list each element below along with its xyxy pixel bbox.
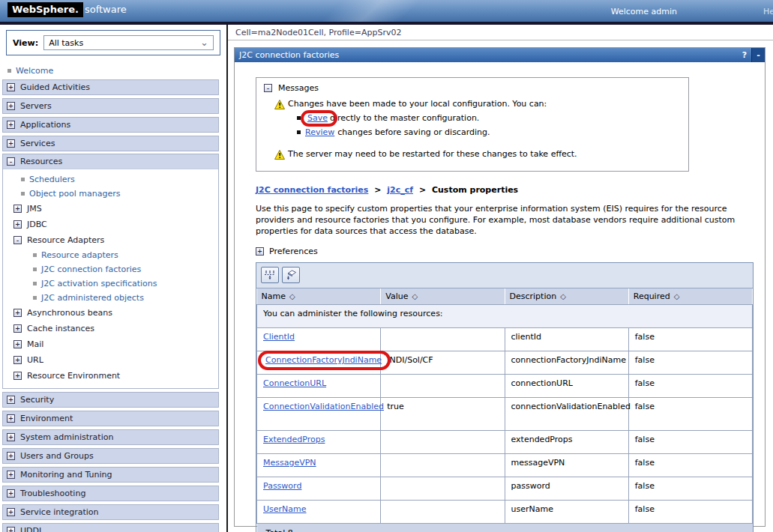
sort-icon[interactable]: ◇ [674, 292, 680, 300]
column-header-required[interactable]: Required◇ [628, 288, 752, 305]
expand-icon[interactable]: + [7, 121, 15, 129]
help-link[interactable]: Help [763, 7, 773, 16]
property-link-connectionurl[interactable]: ConnectionURL [263, 378, 326, 388]
sidebar-section-guided-activities[interactable]: + Guided Activities [2, 79, 219, 95]
expand-icon[interactable]: + [7, 433, 15, 441]
property-link-messagevpn[interactable]: MessageVPN [263, 458, 316, 468]
sidebar-section-users-and-groups[interactable]: + Users and Groups [2, 448, 219, 464]
sidebar-item-jdbc[interactable]: + JDBC [3, 217, 218, 232]
sidebar-item-object-pool-managers[interactable]: Object pool managers [3, 187, 218, 201]
section-label: Resources [20, 157, 62, 166]
sidebar-section-system-administration[interactable]: + System administration [2, 429, 219, 445]
property-link-extendedprops[interactable]: ExtendedProps [263, 435, 325, 444]
restart-warning-text: The server may need to be restarted for … [288, 149, 577, 159]
panel-minimize-icon[interactable]: - [751, 48, 765, 62]
breadcrumb-j2c-connection-factories[interactable]: J2C connection factories [256, 185, 368, 195]
sidebar-item-mail[interactable]: + Mail [3, 336, 218, 352]
sidebar-section-monitoring-and-tuning[interactable]: + Monitoring and Tuning [2, 467, 219, 483]
sidebar-section-applications[interactable]: + Applications [2, 117, 219, 133]
property-link-connectionvalidationenabled[interactable]: ConnectionValidationEnabled [263, 402, 384, 411]
breadcrumb-j2c-cf[interactable]: j2c_cf [387, 185, 413, 195]
table-toolbar [256, 263, 753, 288]
expand-icon[interactable]: + [7, 471, 15, 479]
property-link-username[interactable]: UserName [263, 504, 307, 514]
j2c-connection-factories-link: J2C connection factories [41, 265, 141, 274]
expand-icon[interactable]: + [13, 340, 22, 348]
expand-icon[interactable]: + [256, 247, 264, 256]
required-cell: false [628, 328, 752, 351]
sidebar-item-j2c-activation-specifications[interactable]: J2C activation specifications [3, 276, 218, 291]
column-header-name[interactable]: Name◇ [257, 288, 381, 305]
sort-icon[interactable]: ◇ [560, 292, 566, 300]
sidebar-section-resources[interactable]: - Resources [3, 154, 218, 169]
panel-help-icon[interactable]: ? [738, 48, 751, 62]
property-link-password[interactable]: Password [263, 481, 301, 491]
messages-header[interactable]: - Messages [264, 83, 681, 93]
messages-box: - Messages ! Changes have been made to y… [256, 77, 689, 172]
sidebar-section-uddi[interactable]: + UDDI [2, 523, 219, 532]
expand-icon[interactable]: + [7, 414, 15, 423]
expand-icon[interactable]: + [13, 372, 22, 380]
expand-icon[interactable]: + [7, 489, 15, 498]
expand-icon[interactable]: + [13, 356, 22, 364]
sidebar-item-j2c-connection-factories[interactable]: J2C connection factories [3, 262, 218, 276]
sidebar-section-service-integration[interactable]: + Service integration [2, 504, 219, 520]
table-row: Password password false [257, 477, 753, 501]
sidebar-item-url[interactable]: + URL [3, 352, 218, 368]
breadcrumb-current: Custom properties [432, 185, 518, 195]
breadcrumb: J2C connection factories > j2c_cf > Cust… [256, 185, 765, 195]
connectionfactoryjndiname-annotation-circle: ConnectionFactoryJndiName [258, 351, 391, 370]
sidebar-section-services[interactable]: + Services [2, 136, 219, 151]
required-cell: false [628, 351, 752, 375]
expand-icon[interactable]: + [7, 102, 15, 110]
expand-icon[interactable]: + [7, 527, 15, 532]
column-header-description[interactable]: Description◇ [505, 288, 628, 305]
expand-icon[interactable]: + [7, 508, 15, 516]
expand-icon[interactable]: + [7, 139, 15, 148]
expand-icon[interactable]: + [7, 396, 15, 404]
sidebar-section-servers[interactable]: + Servers [2, 98, 219, 114]
section-label: Applications [20, 120, 70, 130]
column-header-value[interactable]: Value◇ [381, 288, 505, 305]
expand-icon[interactable]: + [13, 324, 22, 333]
review-link[interactable]: Review [305, 127, 334, 137]
sidebar-item-asynchronous-beans[interactable]: + Asynchronous beans [3, 305, 218, 321]
sidebar-item-resource-environment[interactable]: + Resource Environment [3, 368, 218, 384]
sidebar-item-resource-adapters-link[interactable]: Resource adapters [3, 248, 218, 262]
sidebar-item-j2c-administered-objects[interactable]: J2C administered objects [3, 291, 218, 305]
collapse-icon[interactable]: - [13, 236, 22, 244]
table-row: ClientId clientId false [257, 328, 753, 351]
expand-icon[interactable]: + [13, 205, 22, 213]
sort-icon[interactable]: ◇ [289, 292, 295, 300]
collapse-icon[interactable]: - [264, 84, 272, 92]
description-cell: extendedProps [505, 431, 628, 454]
sidebar-item-cache-instances[interactable]: + Cache instances [3, 321, 218, 336]
sidebar-item-resource-adapters[interactable]: - Resource Adapters [3, 232, 218, 248]
description-cell: messageVPN [505, 454, 628, 477]
property-link-clientid[interactable]: ClientId [263, 332, 295, 342]
svg-text:!: ! [278, 102, 281, 109]
save-annotation-circle: Save [301, 110, 337, 127]
sidebar-section-environment[interactable]: + Environment [2, 411, 219, 426]
sidebar-item-jms[interactable]: + JMS [3, 201, 218, 217]
bullet-icon [7, 69, 11, 73]
property-link-connectionfactoryjndiname[interactable]: ConnectionFactoryJndiName [265, 355, 382, 365]
section-label: Troubleshooting [20, 489, 85, 498]
expand-icon[interactable]: + [13, 220, 22, 229]
expand-icon[interactable]: + [13, 309, 22, 317]
view-dropdown[interactable]: All tasks ⌄ [43, 35, 214, 50]
preferences-toggle[interactable]: + Preferences [256, 247, 765, 256]
page-description: Use this page to specify custom properti… [256, 204, 754, 238]
sidebar-item-welcome[interactable]: Welcome [0, 63, 226, 79]
show-filter-button[interactable] [261, 267, 279, 283]
sidebar-section-security[interactable]: + Security [2, 392, 219, 408]
sort-icon[interactable]: ◇ [412, 292, 418, 300]
sidebar-item-schedulers[interactable]: Schedulers [3, 172, 218, 187]
collapse-icon[interactable]: - [7, 157, 15, 166]
save-link[interactable]: Save [307, 113, 328, 123]
sidebar-section-troubleshooting[interactable]: + Troubleshooting [2, 486, 219, 501]
svg-text:!: ! [278, 152, 281, 160]
clear-filter-button[interactable] [282, 267, 300, 283]
expand-icon[interactable]: + [7, 452, 15, 460]
expand-icon[interactable]: + [7, 83, 15, 91]
